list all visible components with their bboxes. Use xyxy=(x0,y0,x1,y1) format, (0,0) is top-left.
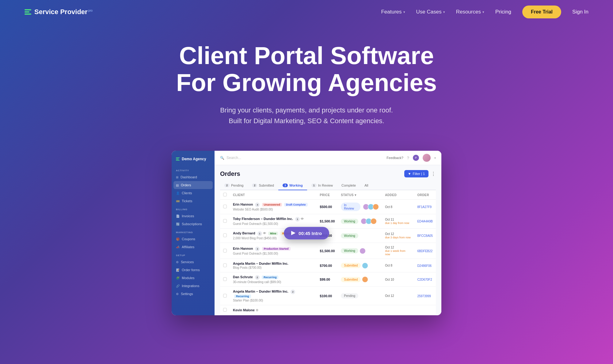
tab-complete[interactable]: Complete xyxy=(337,181,360,190)
sidebar-section-billing: BILLING xyxy=(172,205,215,212)
table-row[interactable]: Dan Schrute 2 Recurring 30-minute Onboar… xyxy=(220,272,436,287)
more-button[interactable]: ⋮ xyxy=(431,171,436,177)
sidebar-item-dashboard[interactable]: ⊞ Dashboard xyxy=(172,173,215,181)
row-order-id[interactable]: 8F1A27F9 xyxy=(414,200,436,214)
chevron-down-icon: ▾ xyxy=(434,156,436,160)
tab-submitted[interactable]: 2 Submitted xyxy=(248,181,278,190)
tab-all[interactable]: All xyxy=(360,181,372,190)
table-row[interactable]: Toby Flenderson – Dunder Mifflin Inc. 1 … xyxy=(220,214,436,229)
row-status: Submitted xyxy=(338,272,382,287)
topbar-right: Feedback? ? P ▾ xyxy=(386,154,436,162)
table-row[interactable]: Erin Hannon 4 Unanswered Draft Complete … xyxy=(220,200,436,214)
help-icon[interactable]: ? xyxy=(407,156,409,160)
sidebar-item-tickets[interactable]: 🎫 Tickets xyxy=(172,197,215,205)
chevron-down-icon: ▾ xyxy=(482,10,484,14)
play-icon xyxy=(291,231,295,235)
orders-header: Orders ▼ Filter | 1 ⋮ xyxy=(220,170,436,177)
row-order-id[interactable]: D2486F06 xyxy=(414,259,436,272)
sidebar-item-integrations[interactable]: 🔗 Integrations xyxy=(172,282,215,290)
row-client: Kevin Malone ⚙ xyxy=(230,305,317,315)
nav-item-features[interactable]: Features ▾ xyxy=(381,9,405,15)
sidebar-item-orders[interactable]: ▤ Orders xyxy=(173,181,213,189)
order-forms-icon: 📝 xyxy=(176,268,180,272)
avatar[interactable] xyxy=(423,154,431,162)
video-play-button[interactable]: 00:45 Intro xyxy=(284,227,329,239)
row-order-id[interactable]: ED4A4A9B xyxy=(414,214,436,229)
row-order-id[interactable]: 25973999 xyxy=(414,287,436,305)
logo-icon xyxy=(25,9,31,15)
row-client: Erin Hannon 3 Production Started Guest P… xyxy=(230,243,317,259)
row-checkbox xyxy=(220,243,230,259)
row-added: Oct 8 xyxy=(382,259,414,272)
row-order-id[interactable]: 6BDFEB22 xyxy=(414,243,436,259)
sidebar-brand-icon xyxy=(176,157,180,161)
sidebar-item-invoices[interactable]: 📄 Invoices xyxy=(172,212,215,220)
sidebar-item-clients[interactable]: 👤 Clients xyxy=(172,189,215,197)
home-icon: ⊞ xyxy=(176,176,178,179)
sidebar-item-affiliates[interactable]: 📣 Affiliates xyxy=(172,243,215,251)
table-row[interactable]: Angela Martin – Dunder Mifflin Inc. Blog… xyxy=(220,259,436,272)
chevron-down-icon: ▾ xyxy=(443,10,445,14)
row-client: Erin Hannon 4 Unanswered Draft Complete … xyxy=(230,200,317,214)
col-order: ORDER xyxy=(414,190,436,200)
row-order-id[interactable]: BFCC8A05 xyxy=(414,229,436,243)
col-status: STATUS ▾ xyxy=(338,190,382,200)
affiliates-icon: 📣 xyxy=(176,245,180,249)
hero-subtitle: Bring your clients, payments, and projec… xyxy=(12,105,601,126)
nav-item-use-cases[interactable]: Use Cases ▾ xyxy=(416,9,445,15)
col-price: PRICE xyxy=(317,190,338,200)
row-status: Working xyxy=(338,229,382,243)
row-added: Oct 8 xyxy=(382,200,414,214)
row-status: Pending xyxy=(338,287,382,305)
sidebar-brand-name: Demo Agency xyxy=(182,157,206,161)
invoices-icon: 📄 xyxy=(176,214,180,218)
settings-icon: ⚙ xyxy=(176,292,179,296)
row-checkbox xyxy=(220,305,230,315)
row-added: Oct 11due 1 day from now xyxy=(382,214,414,229)
row-order-id[interactable]: C2D670F2 xyxy=(414,272,436,287)
sidebar-item-order-forms[interactable]: 📝 Order forms xyxy=(172,266,215,274)
logo[interactable]: Service Providerpro xyxy=(25,8,93,16)
chevron-down-icon: ▾ xyxy=(403,10,405,14)
row-added: Oct 12due 3 days from now xyxy=(382,229,414,243)
sidebar-item-modules[interactable]: 🧩 Modules xyxy=(172,274,215,282)
coupons-icon: 🎁 xyxy=(176,237,180,241)
tab-working[interactable]: 3 Working xyxy=(278,181,307,190)
feedback-label[interactable]: Feedback? xyxy=(386,156,403,160)
notification-icon[interactable]: P xyxy=(413,155,419,161)
tab-pending[interactable]: 2 Pending xyxy=(220,181,248,190)
tab-in-review[interactable]: 1 In Review xyxy=(307,181,337,190)
filter-button[interactable]: ▼ Filter | 1 xyxy=(404,170,428,177)
table-row[interactable]: Angela Martin – Dunder Mifflin Inc. 2 Re… xyxy=(220,287,436,305)
row-status: Working xyxy=(338,243,382,259)
search-box[interactable]: 🔍 Search... xyxy=(220,156,241,160)
nav-item-resources[interactable]: Resources ▾ xyxy=(456,9,484,15)
row-client: Angela Martin – Dunder Mifflin Inc. 2 Re… xyxy=(230,287,317,305)
search-placeholder: Search... xyxy=(227,156,241,160)
row-price xyxy=(317,305,338,315)
sidebar-item-settings[interactable]: ⚙ Settings xyxy=(172,290,215,298)
sidebar-item-coupons[interactable]: 🎁 Coupons xyxy=(172,235,215,243)
orders-tabs: 2 Pending 2 Submitted 3 Working xyxy=(220,181,436,190)
sidebar-item-subscriptions[interactable]: 🔄 Subscriptions xyxy=(172,220,215,228)
sidebar-brand: Demo Agency xyxy=(172,155,215,166)
row-added: Oct 10 xyxy=(382,272,414,287)
row-status: Working xyxy=(338,214,382,229)
sidebar-section-marketing: MARKETING xyxy=(172,228,215,235)
row-price: $1,500.00 xyxy=(317,243,338,259)
row-checkbox xyxy=(220,259,230,272)
nav-item-pricing[interactable]: Pricing xyxy=(495,9,511,15)
row-added: Oct 12due 1 week from now xyxy=(382,243,414,259)
row-status xyxy=(338,305,382,315)
free-trial-button[interactable]: Free Trial xyxy=(522,6,561,18)
table-row[interactable]: Erin Hannon 3 Production Started Guest P… xyxy=(220,243,436,259)
sidebar-item-services[interactable]: ⚙ Services xyxy=(172,258,215,266)
dashboard-wrapper: Demo Agency ACTIVITY ⊞ Dashboard ▤ Order… xyxy=(0,138,613,315)
row-checkbox xyxy=(220,200,230,214)
sidebar-section-activity: ACTIVITY xyxy=(172,166,215,173)
nav-item-signin[interactable]: Sign In xyxy=(572,9,588,15)
row-price: $700.00 xyxy=(317,259,338,272)
row-client: Toby Flenderson – Dunder Mifflin Inc. 1 … xyxy=(230,214,317,229)
table-row[interactable]: Kevin Malone ⚙ xyxy=(220,305,436,315)
dashboard-outer: Demo Agency ACTIVITY ⊞ Dashboard ▤ Order… xyxy=(172,151,441,315)
